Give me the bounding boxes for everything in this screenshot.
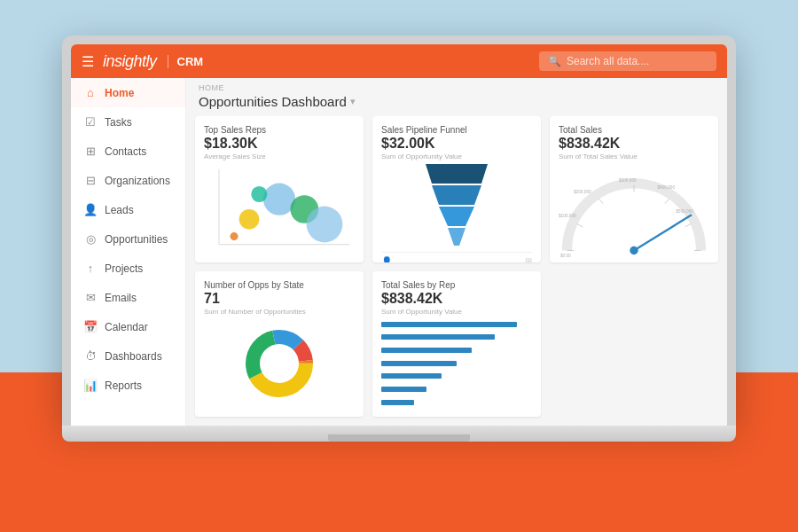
app-header: ☰ insightly CRM 🔍 xyxy=(71,44,727,78)
grid-empty xyxy=(550,271,718,418)
sidebar-item-opportunities[interactable]: ◎ Opportunities xyxy=(71,224,185,254)
card-opps-title: Number of Opps by State xyxy=(204,280,355,290)
sidebar-item-reports[interactable]: 📊 Reports xyxy=(71,371,185,400)
search-bar[interactable]: 🔍 xyxy=(539,51,716,71)
dashboards-icon: ⏱ xyxy=(83,349,98,363)
contacts-icon: ⊞ xyxy=(83,145,98,158)
svg-line-6 xyxy=(665,199,669,204)
card-total-sales-by-rep: Total Sales by Rep $838.42K Sum of Oppor… xyxy=(372,271,541,418)
card-sales-pipeline-title: Sales Pipeline Funnel xyxy=(381,125,532,135)
card-total-sales-title: Total Sales xyxy=(559,125,709,135)
sidebar-label-projects: Projects xyxy=(105,262,143,275)
hbar-row-5 xyxy=(381,373,532,379)
card-top-sales-reps: Top Sales Reps $18.30K Average Sales Siz… xyxy=(195,116,364,262)
calendar-icon: 📅 xyxy=(83,320,98,333)
emails-icon: ✉ xyxy=(83,291,98,304)
gauge-label-0: $0.00 xyxy=(560,254,571,258)
main-content: HOME Opportunities Dashboard ▾ Top Sales… xyxy=(186,78,727,426)
bubble-chart-area xyxy=(204,164,355,262)
gauge-label-300k: $300,000 xyxy=(619,178,637,183)
hbar-fill-6 xyxy=(381,387,426,392)
gauge-chart: $0.00 $100,000 $200,000 $300,000 $400,00… xyxy=(559,164,709,262)
card-sales-pipeline-subtitle: Sum of Opportunity Value xyxy=(381,153,532,160)
hbar-row-7 xyxy=(381,400,532,405)
sidebar-item-home[interactable]: ⌂ Home xyxy=(71,78,185,107)
hamburger-icon[interactable]: ☰ xyxy=(82,53,94,70)
product-label: CRM xyxy=(168,55,204,68)
card-total-sales-subtitle: Sum of Total Sales Value xyxy=(559,153,709,160)
dashboard-grid: Top Sales Reps $18.30K Average Sales Siz… xyxy=(186,116,727,426)
funnel-chart-area xyxy=(381,164,532,248)
logo: insightly xyxy=(103,52,157,71)
sidebar-label-calendar: Calendar xyxy=(105,321,148,333)
bubble-teal xyxy=(251,186,267,202)
hbar-fill-7 xyxy=(381,400,414,405)
screen: ☰ insightly CRM 🔍 ⌂ Home ☑ xyxy=(71,44,727,426)
search-input[interactable] xyxy=(567,55,708,67)
bubble-blue-lg xyxy=(307,207,343,243)
sidebar-label-contacts: Contacts xyxy=(105,145,146,158)
card-top-sales-reps-value: $18.30K xyxy=(204,136,355,152)
sidebar-label-tasks: Tasks xyxy=(105,116,132,129)
opportunities-icon: ◎ xyxy=(83,232,98,246)
hbar-row-1 xyxy=(381,322,532,327)
hbar-chart xyxy=(381,319,532,409)
title-row: Opportunities Dashboard ▾ xyxy=(186,92,727,116)
projects-icon: ↑ xyxy=(83,262,98,275)
sidebar-label-organizations: Organizations xyxy=(105,175,170,187)
sidebar-item-tasks[interactable]: ☑ Tasks xyxy=(71,107,185,137)
breadcrumb: HOME xyxy=(186,78,727,92)
sidebar-label-emails: Emails xyxy=(105,292,137,304)
funnel-chart xyxy=(421,164,492,248)
hbar-row-6 xyxy=(381,387,532,392)
card-sales-rep-value: $838.42K xyxy=(381,291,532,307)
sidebar-item-organizations[interactable]: ⊟ Organizations xyxy=(71,166,185,195)
svg-line-3 xyxy=(577,223,583,227)
sidebar-item-contacts[interactable]: ⊞ Contacts xyxy=(71,137,185,166)
sidebar-item-calendar[interactable]: 📅 Calendar xyxy=(71,312,185,341)
gauge-label-500k: $500,000 xyxy=(676,209,693,214)
gauge-chart-area: $0.00 $100,000 $200,000 $300,000 $400,00… xyxy=(559,164,709,262)
hbar-fill-5 xyxy=(381,373,442,379)
gauge-label-200k: $200,000 xyxy=(574,190,591,194)
funnel-layer-2 xyxy=(432,185,481,205)
funnel-layer-4 xyxy=(448,228,466,246)
grid-icon-2: ⊞ xyxy=(525,256,532,262)
person-icon-2: 👤 xyxy=(381,256,392,262)
hbar-row-2 xyxy=(381,334,532,340)
sidebar-label-leads: Leads xyxy=(105,204,134,216)
sidebar-label-home: Home xyxy=(105,87,134,99)
sidebar: ⌂ Home ☑ Tasks ⊞ Contacts ⊟ Organization… xyxy=(71,78,186,426)
card-sales-rep-subtitle: Sum of Opportunity Value xyxy=(381,308,532,316)
hbar-fill-4 xyxy=(381,361,457,366)
tasks-icon: ☑ xyxy=(83,115,98,129)
title-chevron-icon: ▾ xyxy=(350,96,356,107)
svg-line-4 xyxy=(598,199,603,204)
hbar-row-4 xyxy=(381,361,532,366)
card-opps-subtitle: Sum of Number of Opportunities xyxy=(204,308,355,316)
gauge-center xyxy=(630,246,638,254)
card-sales-pipeline: Sales Pipeline Funnel $32.00K Sum of Opp… xyxy=(372,116,541,262)
sidebar-label-dashboards: Dashboards xyxy=(105,350,162,363)
reports-icon: 📊 xyxy=(83,379,98,392)
card-sales-pipeline-value: $32.00K xyxy=(381,136,532,152)
card-top-sales-reps-title: Top Sales Reps xyxy=(204,125,355,135)
sidebar-item-emails[interactable]: ✉ Emails xyxy=(71,283,185,312)
sidebar-item-leads[interactable]: 👤 Leads xyxy=(71,195,185,224)
gauge-needle xyxy=(634,215,691,251)
funnel-layer-3 xyxy=(439,207,474,226)
card-total-sales-value: $838.42K xyxy=(559,136,709,152)
hbar-fill-1 xyxy=(381,322,517,327)
bubble-yellow xyxy=(239,209,260,230)
sidebar-item-projects[interactable]: ↑ Projects xyxy=(71,254,185,283)
gauge-label-100k: $100,000 xyxy=(559,214,576,218)
leads-icon: 👤 xyxy=(83,203,98,216)
bubble-chart xyxy=(204,164,355,262)
svg-line-7 xyxy=(685,223,692,227)
donut-chart-area xyxy=(204,319,355,409)
donut-center xyxy=(263,348,295,379)
sidebar-item-dashboards[interactable]: ⏱ Dashboards xyxy=(71,341,185,371)
laptop-base xyxy=(62,426,736,442)
card-opps-value: 71 xyxy=(204,291,355,307)
donut-chart xyxy=(244,328,315,399)
